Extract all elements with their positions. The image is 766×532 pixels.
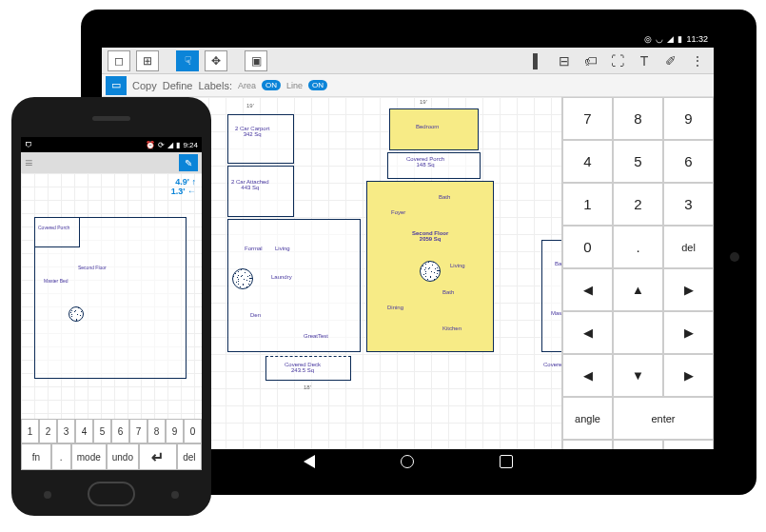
tool-grid[interactable]: ⊞ — [136, 50, 159, 71]
key-fit[interactable]: fit — [562, 440, 613, 449]
stamp-icon[interactable]: ⛶ — [607, 51, 628, 70]
keypad-arrows: ◀ ▲ ▶ ◀ ▶ ◀ ▼ ▶ — [562, 268, 714, 397]
tool-bbox[interactable]: ▣ — [245, 50, 267, 71]
wifi-icon: ◢ — [167, 141, 173, 149]
arrow-se[interactable]: ▶ — [663, 354, 714, 397]
arrow-n[interactable]: ▲ — [613, 268, 663, 311]
arrow-ne[interactable]: ▶ — [663, 268, 714, 311]
pkey-3[interactable]: 3 — [57, 419, 75, 443]
key-0[interactable]: 0 — [562, 226, 613, 268]
clock: 9:24 — [183, 141, 198, 149]
phone-toolbar: ≡ ✎ — [21, 152, 202, 173]
key-del[interactable]: del — [663, 226, 714, 268]
key-redo[interactable]: redo — [663, 440, 714, 449]
room-label: Dining — [387, 305, 403, 310]
line-toggle[interactable]: ON — [308, 80, 327, 90]
key-5[interactable]: 5 — [613, 140, 663, 183]
arrow-sw[interactable]: ◀ — [562, 354, 613, 397]
page-icon[interactable]: ▌ — [527, 51, 548, 70]
room-attached[interactable] — [227, 166, 294, 217]
room-label: Second Floor — [78, 265, 107, 270]
tag-icon[interactable]: 🏷 — [580, 51, 601, 70]
key-3[interactable]: 3 — [663, 183, 714, 226]
pkey-4[interactable]: 4 — [75, 419, 93, 443]
phone-number-row: 1 2 3 4 5 6 7 8 9 0 — [21, 419, 202, 443]
tool-crop[interactable]: ◻ — [108, 50, 130, 71]
arrow-center[interactable] — [613, 311, 663, 354]
room-label: 2 Car Attached443 Sq — [231, 179, 269, 190]
pkey-7[interactable]: 7 — [129, 419, 147, 443]
area-toggle[interactable]: ON — [262, 80, 281, 90]
pkey-0[interactable]: 0 — [184, 419, 202, 443]
pkey-dot[interactable]: . — [51, 443, 71, 470]
key-angle[interactable]: angle — [562, 397, 613, 440]
key-6[interactable]: 6 — [663, 140, 714, 183]
phone-home-button[interactable] — [88, 482, 135, 506]
arrow-e[interactable]: ▶ — [663, 311, 714, 354]
clock: 11:32 — [686, 34, 708, 44]
pen-tool-icon[interactable]: ✐ — [660, 51, 681, 70]
calculator-icon[interactable]: ⊟ — [554, 51, 575, 70]
dimension: 19' — [420, 99, 427, 105]
phone-speaker — [92, 116, 130, 121]
phone-device: ⛉ ⏰ ⟳ ◢ ▮ 9:24 ≡ ✎ 4.9' ↑ 1.3' ← Covered… — [11, 97, 211, 516]
sync-icon: ⟳ — [158, 141, 165, 149]
pkey-1[interactable]: 1 — [21, 419, 39, 443]
room-label: Covered Deck — [543, 362, 561, 367]
tool-pointer[interactable]: ☟ — [176, 50, 199, 71]
arrow-nw[interactable]: ◀ — [562, 268, 613, 311]
hamburger-icon[interactable]: ≡ — [25, 155, 32, 170]
pkey-2[interactable]: 2 — [39, 419, 57, 443]
nav-home-icon[interactable] — [401, 455, 414, 468]
nav-recent-icon[interactable] — [500, 455, 513, 468]
key-decimal[interactable]: . — [613, 226, 663, 268]
define-button[interactable]: Define — [163, 80, 193, 91]
room-label: Bedroom — [416, 124, 439, 129]
vector-readout: 4.9' ↑ 1.3' ← — [171, 177, 196, 196]
nav-back-icon[interactable] — [304, 455, 315, 468]
key-4[interactable]: 4 — [562, 140, 613, 183]
keypad-digits: 7 8 9 4 5 6 1 2 3 0 . del — [562, 97, 714, 268]
tablet-camera — [730, 252, 739, 262]
keypad-angle-enter: angle enter — [562, 397, 714, 440]
key-9[interactable]: 9 — [663, 97, 714, 140]
pkey-9[interactable]: 9 — [166, 419, 184, 443]
room-label: Covered Porch148 Sq — [406, 156, 444, 167]
wifi-icon: ◡ — [656, 34, 663, 44]
arrow-w[interactable]: ◀ — [562, 311, 613, 354]
room-bedroom[interactable] — [389, 108, 479, 150]
text-tool-icon[interactable]: T — [634, 51, 655, 70]
key-7[interactable]: 7 — [562, 97, 613, 140]
pkey-8[interactable]: 8 — [147, 419, 166, 443]
key-enter[interactable]: enter — [613, 397, 714, 440]
key-8[interactable]: 8 — [613, 97, 663, 140]
pkey-6[interactable]: 6 — [111, 419, 129, 443]
pkey-fn[interactable]: fn — [21, 443, 51, 470]
arrow-s[interactable]: ▼ — [613, 354, 663, 397]
phone-canvas[interactable]: 4.9' ↑ 1.3' ← Covered Porch Second Floor… — [21, 173, 202, 419]
copy-button[interactable]: Copy — [132, 80, 157, 91]
pkey-enter[interactable]: ↵ — [139, 443, 177, 470]
key-undo[interactable]: undo — [613, 440, 663, 449]
pkey-del[interactable]: del — [177, 443, 202, 470]
key-1[interactable]: 1 — [562, 183, 613, 226]
room-carport[interactable] — [227, 114, 294, 164]
area-label: Area — [238, 81, 256, 90]
stairs-icon — [420, 261, 441, 282]
signal-icon: ◢ — [667, 34, 674, 44]
room-label: Master — [551, 310, 561, 316]
pkey-undo[interactable]: undo — [107, 443, 139, 470]
key-2[interactable]: 2 — [613, 183, 663, 226]
room-right-wing[interactable] — [541, 240, 561, 352]
room[interactable] — [34, 217, 80, 247]
edit-button[interactable]: ✎ — [179, 154, 198, 171]
android-statusbar: ⛉ ⏰ ⟳ ◢ ▮ 9:24 — [21, 137, 202, 152]
overflow-menu-icon[interactable]: ⋮ — [687, 51, 708, 70]
stairs-icon — [69, 306, 84, 322]
pkey-mode[interactable]: mode — [71, 443, 107, 470]
mode-briefcase[interactable]: ▭ — [106, 76, 127, 95]
room-label: 2 Car Carport342 Sq — [235, 126, 269, 137]
room-label: Covered Deck243.5 Sq — [285, 362, 321, 373]
pkey-5[interactable]: 5 — [93, 419, 111, 443]
tool-target[interactable]: ✥ — [205, 50, 227, 71]
